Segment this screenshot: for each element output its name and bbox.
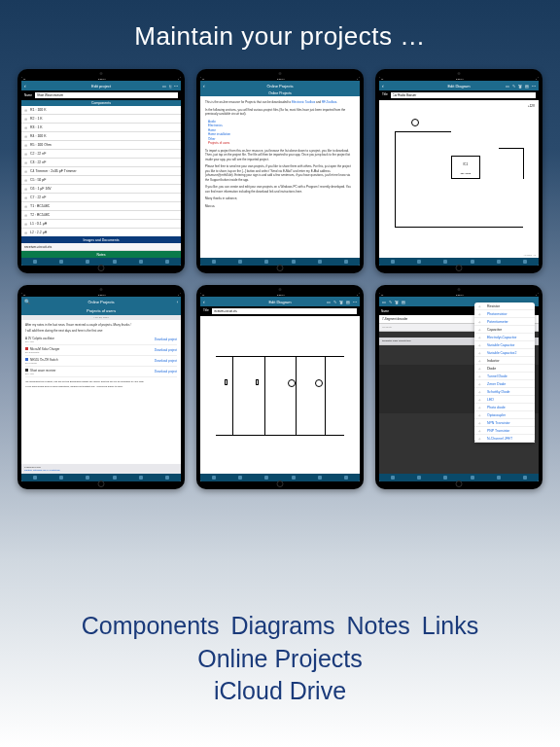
tab-bar[interactable] bbox=[200, 258, 360, 266]
download-link[interactable]: Download project bbox=[155, 370, 177, 374]
ic-chip[interactable]: IC1 TDA1160 bbox=[451, 156, 480, 179]
add-icon[interactable]: ⊕ bbox=[24, 152, 27, 157]
diagram-title-input[interactable] bbox=[391, 92, 536, 98]
prev-link[interactable]: Control Interface No-Fi Prototype bbox=[24, 469, 178, 472]
contact-link[interactable]: contact me bbox=[83, 385, 94, 388]
component-symbol-icon: ⊹ bbox=[478, 421, 484, 425]
screen-component-picker: •••8:21 PM▪ ▭✎🗑▤ Name 7-Segment decoder … bbox=[379, 293, 539, 481]
nav-title: Edit Diagram bbox=[268, 300, 291, 304]
back-icon[interactable]: ‹ bbox=[203, 299, 205, 304]
search-icon[interactable]: 🔍 bbox=[24, 299, 30, 304]
component-option[interactable]: ⊹Resistor bbox=[474, 302, 535, 310]
component-option[interactable]: ⊹Inductor bbox=[474, 357, 535, 365]
add-icon[interactable]: ⊕ bbox=[24, 222, 27, 227]
project-name-input[interactable] bbox=[35, 92, 178, 98]
file-row[interactable]: receiver-circuit.cts bbox=[21, 243, 181, 251]
component-option[interactable]: ⊹Variable Capacitor2 bbox=[474, 349, 535, 357]
notes-band[interactable]: Notes bbox=[21, 251, 181, 258]
nav-actions[interactable]: ▭✎🗑▤⋯ bbox=[327, 300, 357, 304]
tab-bar[interactable] bbox=[379, 258, 539, 266]
add-icon[interactable]: ⊕ bbox=[24, 213, 27, 218]
add-icon[interactable]: ⊕ bbox=[24, 231, 27, 235]
tab-bar[interactable] bbox=[21, 474, 181, 481]
component-row[interactable]: ⊕L2 : 2.2 µH bbox=[21, 229, 181, 236]
component-option[interactable]: ⊹Variable Capacitor bbox=[474, 341, 535, 349]
add-icon[interactable]: ⊕ bbox=[24, 134, 27, 139]
add-icon[interactable]: ⊕ bbox=[24, 187, 27, 192]
footer-line-2: Online Projects bbox=[0, 643, 560, 676]
add-icon[interactable]: ⊕ bbox=[24, 143, 27, 148]
component-row[interactable]: ⊕C7 : 22 nF bbox=[21, 194, 181, 202]
transistor-icon bbox=[288, 379, 296, 387]
add-icon[interactable]: ⊕ bbox=[24, 169, 27, 174]
nav-title: Edit Diagram bbox=[447, 84, 470, 89]
download-link[interactable]: Download project bbox=[155, 338, 177, 341]
article-body[interactable]: This is the on-line resource for Project… bbox=[200, 96, 360, 258]
name-label: Name bbox=[24, 93, 32, 97]
download-link[interactable]: Download project bbox=[155, 348, 177, 352]
download-link[interactable]: Download project bbox=[155, 359, 177, 363]
diagram-title-input[interactable] bbox=[212, 308, 357, 314]
back-icon[interactable]: ‹ bbox=[203, 83, 205, 89]
link-rftoolbox[interactable]: RF-Toolbox bbox=[322, 100, 336, 104]
add-icon[interactable]: ⊕ bbox=[24, 196, 27, 200]
component-row[interactable]: ⊕C5 : 50 pF bbox=[21, 176, 181, 185]
capacitor-icon bbox=[225, 379, 228, 385]
add-icon[interactable]: ⊕ bbox=[24, 204, 27, 209]
component-row[interactable]: ⊕C2 : 22 nF bbox=[21, 150, 181, 159]
images-band[interactable]: Images and Documents bbox=[21, 236, 181, 243]
article-body[interactable]: After my notes in the last news I have r… bbox=[21, 320, 181, 464]
component-option[interactable]: ⊹Capacitor bbox=[474, 326, 535, 334]
component-option[interactable]: ⊹Tunnel Diode bbox=[474, 373, 535, 380]
component-option[interactable]: ⊹Photoresistor bbox=[474, 310, 535, 318]
add-icon[interactable]: ⊕ bbox=[24, 117, 27, 122]
component-row[interactable]: ⊕C4 Trimmer : 2x35 pF Trimmer bbox=[21, 167, 181, 176]
component-row[interactable]: ⊕L1 : 0.1 µH bbox=[21, 220, 181, 229]
component-option[interactable]: ⊹PNP Transistor bbox=[474, 427, 535, 435]
component-row[interactable]: ⊕R2 : 1 K bbox=[21, 115, 181, 124]
component-row[interactable]: ⊕T1 : BC548C bbox=[21, 202, 181, 211]
back-chevron-icon[interactable]: ‹ bbox=[177, 300, 178, 304]
component-row[interactable]: ⊕T2 : BC548C bbox=[21, 211, 181, 220]
components-list[interactable]: ⊕R1 : 100 K⊕R2 : 1 K⊕R3 : 1 K⊕R4 : 100 K… bbox=[21, 106, 181, 236]
tab-bar[interactable] bbox=[21, 258, 181, 266]
nav-actions[interactable]: ▭⎘⋯ bbox=[162, 84, 178, 89]
component-option[interactable]: ⊹Electrolyt-Capacitor bbox=[474, 334, 535, 341]
add-icon[interactable]: ⊕ bbox=[24, 178, 27, 183]
component-option[interactable]: ⊹N-Channel JFET bbox=[474, 435, 535, 443]
component-symbol-icon: ⊹ bbox=[478, 351, 484, 355]
circuit-canvas[interactable] bbox=[200, 316, 360, 474]
tab-bar[interactable] bbox=[200, 474, 360, 481]
back-icon[interactable]: ‹ bbox=[24, 83, 26, 89]
component-row[interactable]: ⊕R3 : 1 K bbox=[21, 124, 181, 132]
category-link-active[interactable]: Projects of users bbox=[208, 141, 355, 146]
component-option[interactable]: ⊹LED bbox=[474, 396, 535, 404]
tab-bar[interactable] bbox=[379, 474, 539, 481]
component-option[interactable]: ⊹Photo diode bbox=[474, 404, 535, 411]
component-option[interactable]: ⊹NPN Transistor bbox=[474, 419, 535, 427]
nav-bar: ‹ Edit Diagram ▭✎🗑▤⋯ bbox=[200, 297, 360, 306]
add-icon[interactable]: ⊕ bbox=[24, 125, 27, 130]
component-option[interactable]: ⊹Zener Diode bbox=[474, 380, 535, 388]
component-option[interactable]: ⊹Schottky Diode bbox=[474, 388, 535, 396]
transistor-icon bbox=[411, 119, 419, 126]
component-row[interactable]: ⊕R4 : 100 K bbox=[21, 132, 181, 141]
nav-actions[interactable]: ▭✎🗑▤⋯ bbox=[506, 84, 536, 89]
component-row[interactable]: ⊕R5 : 100 Ohm bbox=[21, 141, 181, 150]
nav-actions-left[interactable]: ▭✎🗑▤ bbox=[382, 300, 405, 304]
add-icon[interactable]: ⊕ bbox=[24, 108, 27, 113]
component-option[interactable]: ⊹Diode bbox=[474, 365, 535, 373]
back-icon[interactable]: ‹ bbox=[382, 83, 384, 89]
headline: Maintain your projects … bbox=[0, 0, 560, 65]
component-option[interactable]: ⊹Potentiometer bbox=[474, 318, 535, 326]
component-row[interactable]: ⊕C6 : 1 µF 16V bbox=[21, 185, 181, 194]
component-symbol-icon: ⊹ bbox=[478, 312, 484, 316]
component-row[interactable]: ⊕R1 : 100 K bbox=[21, 106, 181, 115]
component-option[interactable]: ⊹Optocoupler bbox=[474, 411, 535, 419]
screen-edit-diagram-1: •••8:21 PM▪ ‹ Edit Diagram ▭✎🗑▤⋯ Title +… bbox=[379, 77, 539, 266]
circuit-canvas[interactable]: +12V IC1 TDA1160 MH 2011 - V1 bbox=[379, 100, 539, 258]
screenshot-grid: •••8:21 PM▪ ‹ Edit project ▭⎘⋯ Name Comp… bbox=[0, 69, 560, 489]
add-icon[interactable]: ⊕ bbox=[24, 160, 27, 165]
component-row[interactable]: ⊕C3 : 22 nF bbox=[21, 159, 181, 167]
link-etoolbox[interactable]: Electronic Toolbox bbox=[292, 100, 315, 104]
